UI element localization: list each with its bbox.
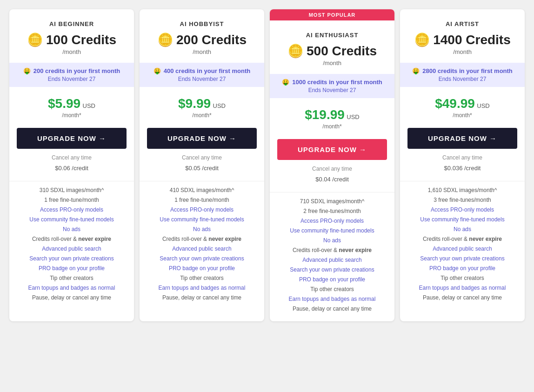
feature-item: PRO badge on your profile [17, 265, 127, 272]
feature-item: Access PRO-only models [147, 206, 257, 213]
feature-item: Tip other creators [147, 275, 257, 281]
feature-item: 3 free fine-tunes/month [407, 197, 517, 203]
upgrade-button[interactable]: UPGRADE NOW → [147, 128, 257, 149]
plan-credits: 🪙 100 Credits [17, 32, 127, 47]
plan-card-beginner: AI BEGINNER 🪙 100 Credits /month 🤑 200 c… [9, 9, 134, 321]
feature-item: Pause, delay or cancel any time [277, 306, 387, 312]
feature-item: Tip other creators [277, 286, 387, 292]
feature-item: Earn topups and badges as normal [147, 285, 257, 291]
feature-item: Pause, delay or cancel any time [407, 294, 517, 301]
feature-item: Credits roll-over & never expire [147, 236, 257, 242]
upgrade-button[interactable]: UPGRADE NOW → [17, 128, 127, 149]
plan-header: AI HOBBYIST 🪙 200 Credits /month [140, 9, 264, 63]
feature-item: Advanced public search [277, 257, 387, 263]
per-credit: $0.05 /credit [140, 165, 264, 172]
plan-name: AI HOBBYIST [147, 20, 257, 27]
feature-item: Access PRO-only models [407, 206, 517, 213]
feature-item: Search your own private creations [17, 255, 127, 262]
per-month-label: /month [17, 48, 127, 55]
price-main: $49.99 [435, 96, 475, 111]
per-month-label: /month [277, 60, 387, 66]
feature-item: 410 SDXL images/month^ [147, 187, 257, 193]
plan-card-enthusiast: MOST POPULAR AI ENTHUSIAST 🪙 500 Credits… [270, 9, 394, 321]
promo-banner: 🤑 200 credits in your first month Ends N… [9, 63, 134, 87]
price-usd: USD [83, 102, 95, 109]
plan-name: AI BEGINNER [17, 20, 127, 27]
cancel-text: Cancel any time [270, 166, 394, 172]
promo-credits: 400 credits in your first month [164, 67, 250, 74]
promo-text: 🤑 400 credits in your first month [146, 67, 258, 74]
feature-item: Credits roll-over & never expire [17, 236, 127, 242]
feature-item: Earn topups and badges as normal [17, 285, 127, 291]
feature-item: Use community fine-tuned models [17, 216, 127, 223]
feature-item: 710 SDXL images/month^ [277, 198, 387, 205]
features-list: 710 SDXL images/month^2 free fine-tunes/… [270, 192, 394, 321]
plan-price-section: $19.99 USD /month* [270, 98, 394, 133]
plan-name: AI ENTHUSIAST [277, 32, 387, 39]
price-usd: USD [213, 102, 226, 109]
feature-item: Advanced public search [17, 246, 127, 252]
per-credit: $0.04 /credit [270, 176, 394, 183]
price-per-month: /month* [407, 112, 517, 119]
feature-item: Pause, delay or cancel any time [147, 294, 257, 301]
promo-ends: Ends November 27 [16, 76, 127, 82]
credits-amount: 500 Credits [307, 44, 377, 59]
coin-icon: 🪙 [287, 43, 304, 59]
plan-header: AI ARTIST 🪙 1400 Credits /month [400, 9, 525, 63]
feature-item: No ads [277, 237, 387, 244]
plan-card-artist: AI ARTIST 🪙 1400 Credits /month 🤑 2800 c… [400, 9, 525, 321]
price-main: $9.99 [178, 96, 211, 111]
plan-price-section: $9.99 USD /month* [140, 87, 264, 122]
promo-ends: Ends November 27 [407, 76, 518, 82]
plan-card-hobbyist: AI HOBBYIST 🪙 200 Credits /month 🤑 400 c… [140, 9, 264, 321]
price-display: $19.99 USD [277, 107, 387, 122]
upgrade-button[interactable]: UPGRADE NOW → [277, 139, 387, 160]
feature-item: PRO badge on your profile [147, 265, 257, 272]
feature-item: Access PRO-only models [17, 206, 127, 213]
per-credit: $0.036 /credit [400, 165, 525, 172]
coin-icon: 🪙 [414, 32, 430, 47]
features-list: 1,610 SDXL images/month^3 free fine-tune… [400, 181, 525, 310]
price-display: $9.99 USD [147, 96, 257, 111]
feature-item: Advanced public search [407, 246, 517, 252]
feature-item: Earn topups and badges as normal [407, 285, 517, 291]
feature-item: Tip other creators [407, 275, 517, 281]
price-per-month: /month* [277, 123, 387, 130]
feature-item: Use community fine-tuned models [277, 227, 387, 234]
promo-text: 🤑 1000 credits in your first month [276, 79, 388, 86]
per-month-label: /month [147, 48, 257, 55]
credits-amount: 100 Credits [46, 33, 116, 47]
feature-item: 1 free fine-tune/month [147, 197, 257, 203]
upgrade-button[interactable]: UPGRADE NOW → [407, 128, 517, 149]
feature-item: Credits roll-over & never expire [277, 247, 387, 253]
price-main: $5.99 [48, 96, 80, 111]
price-usd: USD [347, 113, 359, 120]
promo-banner: 🤑 1000 credits in your first month Ends … [270, 74, 394, 98]
promo-icon: 🤑 [282, 79, 289, 86]
feature-item: Search your own private creations [147, 255, 257, 262]
price-usd: USD [477, 102, 489, 109]
per-credit: $0.06 /credit [9, 165, 134, 172]
feature-item: 310 SDXL images/month^ [17, 187, 127, 193]
price-main: $19.99 [305, 107, 345, 122]
feature-item: No ads [407, 226, 517, 233]
plan-price-section: $5.99 USD /month* [9, 87, 134, 122]
features-list: 410 SDXL images/month^1 free fine-tune/m… [140, 181, 264, 310]
credits-amount: 200 Credits [176, 33, 247, 47]
plan-header: AI BEGINNER 🪙 100 Credits /month [9, 9, 134, 63]
promo-icon: 🤑 [154, 67, 161, 74]
plan-credits: 🪙 500 Credits [277, 43, 387, 59]
feature-item: Use community fine-tuned models [147, 216, 257, 223]
feature-item: No ads [147, 226, 257, 233]
most-popular-badge: MOST POPULAR [270, 9, 394, 20]
features-list: 310 SDXL images/month^1 free fine-tune/m… [9, 181, 134, 310]
price-display: $5.99 USD [17, 96, 127, 111]
feature-item: Credits roll-over & never expire [407, 236, 517, 242]
feature-item: 2 free fine-tunes/month [277, 208, 387, 214]
feature-item: 1 free fine-tune/month [17, 197, 127, 203]
plan-credits: 🪙 200 Credits [147, 32, 257, 47]
price-per-month: /month* [147, 112, 257, 119]
feature-item: 1,610 SDXL images/month^ [407, 187, 517, 193]
promo-ends: Ends November 27 [276, 87, 388, 93]
promo-credits: 200 credits in your first month [33, 67, 120, 74]
